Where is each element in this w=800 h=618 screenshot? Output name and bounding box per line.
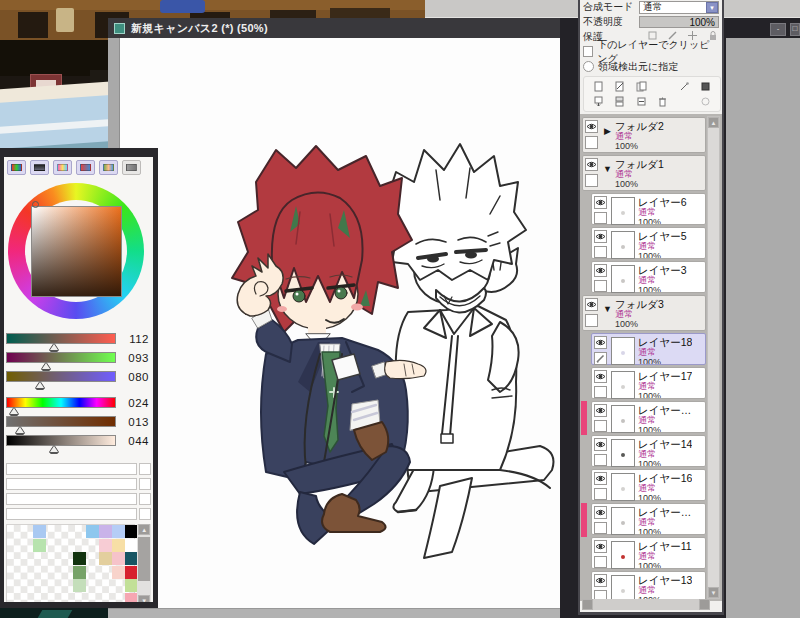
layer-checkbox[interactable] bbox=[594, 522, 607, 534]
layer-checkbox[interactable] bbox=[594, 280, 607, 292]
protect-lock-icon[interactable] bbox=[707, 30, 718, 43]
eye-icon[interactable] bbox=[594, 506, 607, 519]
eye-icon[interactable] bbox=[594, 574, 607, 587]
folder-row[interactable]: ▶フォルダ2通常100% bbox=[582, 117, 706, 153]
mixer-slot[interactable] bbox=[6, 508, 137, 520]
layer-row[interactable]: レイヤー…通常100% bbox=[591, 401, 706, 433]
color-swatch[interactable] bbox=[125, 579, 138, 592]
slider-h-marker[interactable] bbox=[10, 408, 18, 414]
tab-swatches[interactable] bbox=[99, 160, 118, 175]
scroll-down-button[interactable]: ▼ bbox=[708, 587, 719, 598]
canvas-artwork[interactable] bbox=[120, 38, 560, 608]
layer-thumbnail[interactable] bbox=[611, 337, 635, 365]
canvas-horizontal-scrollbar[interactable] bbox=[108, 608, 560, 618]
palette-scrollbar[interactable]: ▲ ▼ bbox=[137, 524, 151, 606]
area-source-radio[interactable] bbox=[583, 61, 594, 72]
blend-mode-dropdown[interactable]: 通常 ▼ bbox=[639, 1, 719, 14]
swatch-grid[interactable] bbox=[6, 524, 135, 606]
layer-checkbox[interactable] bbox=[594, 556, 607, 568]
eye-icon[interactable] bbox=[594, 196, 607, 209]
eye-icon[interactable] bbox=[585, 298, 598, 311]
layer-checkbox[interactable] bbox=[585, 136, 598, 149]
mixer-slot[interactable] bbox=[6, 463, 137, 475]
mixer-slot-button[interactable] bbox=[139, 493, 151, 505]
color-swatch[interactable] bbox=[112, 566, 125, 579]
layer-thumbnail[interactable] bbox=[611, 507, 635, 535]
merge-down-icon[interactable] bbox=[609, 96, 630, 107]
layers-horizontal-scrollbar[interactable] bbox=[582, 599, 710, 610]
new-layer-icon[interactable] bbox=[588, 81, 609, 92]
protect-opacity-icon[interactable] bbox=[647, 30, 658, 43]
slider-g[interactable] bbox=[6, 352, 116, 363]
layer-row[interactable]: レイヤー11通常100% bbox=[591, 537, 706, 569]
layer-row[interactable]: レイヤー5通常100% bbox=[591, 227, 706, 259]
slider-h[interactable] bbox=[6, 397, 116, 408]
layer-row[interactable]: レイヤー13通常100% bbox=[591, 571, 706, 601]
palette-scroll-up-button[interactable]: ▲ bbox=[138, 524, 150, 535]
slider-s[interactable] bbox=[6, 416, 116, 427]
mixer-slot[interactable] bbox=[6, 493, 137, 505]
tab-color-wheel[interactable] bbox=[7, 160, 26, 175]
layer-checkbox[interactable] bbox=[594, 420, 607, 432]
layer-checkbox[interactable] bbox=[585, 174, 598, 187]
color-swatch[interactable] bbox=[99, 525, 112, 538]
mixer-slot[interactable] bbox=[6, 478, 137, 490]
layers-vertical-scrollbar[interactable]: ▲ ▼ bbox=[707, 116, 720, 599]
layer-row[interactable]: レイヤー…通常100% bbox=[591, 503, 706, 535]
scroll-right-button[interactable] bbox=[699, 599, 710, 610]
color-swatch[interactable] bbox=[112, 552, 125, 565]
tab-rgb-sliders[interactable] bbox=[30, 160, 49, 175]
palette-scroll-down-button[interactable]: ▼ bbox=[138, 595, 150, 606]
layer-thumbnail[interactable] bbox=[611, 231, 635, 259]
color-swatch[interactable] bbox=[86, 525, 99, 538]
scroll-left-button[interactable] bbox=[582, 599, 593, 610]
color-swatch[interactable] bbox=[125, 593, 138, 606]
tab-color-mixer[interactable] bbox=[76, 160, 95, 175]
wand-icon[interactable] bbox=[674, 81, 695, 92]
apply-layer-icon[interactable] bbox=[630, 96, 651, 107]
layer-thumbnail[interactable] bbox=[611, 197, 635, 225]
mixer-slot-button[interactable] bbox=[139, 463, 151, 475]
folder-expanded-icon[interactable]: ▼ bbox=[600, 298, 615, 330]
slider-b[interactable] bbox=[6, 371, 116, 382]
opacity-slider[interactable]: 100% bbox=[639, 16, 719, 28]
clip-checkbox[interactable] bbox=[583, 46, 593, 57]
copy-layer-icon[interactable] bbox=[630, 81, 651, 92]
eye-icon[interactable] bbox=[585, 120, 598, 133]
canvas-page[interactable] bbox=[120, 38, 560, 608]
layer-checkbox[interactable] bbox=[585, 314, 598, 327]
layer-thumbnail[interactable] bbox=[611, 405, 635, 433]
canvas-titlebar[interactable]: 新規キャンバス2 (*) (50%) bbox=[108, 18, 560, 38]
filled-square-icon[interactable] bbox=[695, 81, 716, 92]
slider-v[interactable] bbox=[6, 435, 116, 446]
layer-thumbnail[interactable] bbox=[611, 371, 635, 399]
layer-row[interactable]: レイヤー17通常100% bbox=[591, 367, 706, 399]
layer-row[interactable]: レイヤー3通常100% bbox=[591, 261, 706, 293]
layer-row[interactable]: レイヤー16通常100% bbox=[591, 469, 706, 501]
layer-checkbox[interactable] bbox=[594, 212, 607, 224]
new-sketch-layer-icon[interactable] bbox=[609, 81, 630, 92]
palette-scroll-thumb[interactable] bbox=[138, 537, 150, 581]
saturation-value-square[interactable] bbox=[31, 206, 122, 297]
color-swatch[interactable] bbox=[112, 525, 125, 538]
color-swatch[interactable] bbox=[125, 539, 138, 552]
color-swatch[interactable] bbox=[99, 552, 112, 565]
mixer-slot-button[interactable] bbox=[139, 478, 151, 490]
mixer-slot-button[interactable] bbox=[139, 508, 151, 520]
layer-thumbnail[interactable] bbox=[611, 473, 635, 501]
eye-icon[interactable] bbox=[594, 264, 607, 277]
protect-move-icon[interactable] bbox=[687, 30, 698, 43]
folder-row[interactable]: ▼フォルダ1通常100% bbox=[582, 155, 706, 191]
eye-icon[interactable] bbox=[594, 472, 607, 485]
layer-row[interactable]: レイヤー14通常100% bbox=[591, 435, 706, 467]
color-swatch[interactable] bbox=[112, 539, 125, 552]
color-swatch[interactable] bbox=[99, 539, 112, 552]
slider-v-marker[interactable] bbox=[50, 446, 58, 452]
layer-thumbnail[interactable] bbox=[611, 575, 635, 601]
eye-icon[interactable] bbox=[594, 370, 607, 383]
folder-row[interactable]: ▼フォルダ3通常100% bbox=[582, 295, 706, 331]
layer-row[interactable]: レイヤー18通常100% bbox=[591, 333, 706, 365]
maximize-button[interactable]: □ bbox=[790, 23, 800, 36]
eye-icon[interactable] bbox=[594, 540, 607, 553]
chevron-down-icon[interactable]: ▼ bbox=[706, 2, 718, 13]
